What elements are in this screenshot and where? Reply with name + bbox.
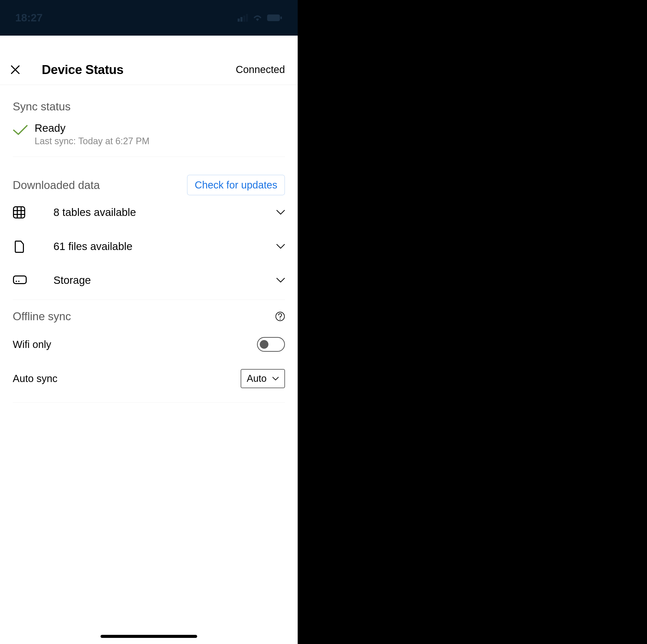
battery-icon [267, 14, 282, 22]
chevron-down-icon [276, 278, 285, 283]
divider [13, 402, 285, 403]
downloaded-data-header: Downloaded data Check for updates [13, 157, 285, 195]
wifi-only-toggle[interactable] [257, 337, 285, 352]
storage-label: Storage [54, 274, 276, 287]
svg-rect-11 [13, 276, 26, 284]
sync-status-label: Sync status [13, 100, 285, 113]
wifi-only-label: Wifi only [13, 339, 51, 350]
svg-rect-6 [13, 207, 25, 218]
downloaded-data-section: Downloaded data Check for updates 8 tabl… [0, 157, 298, 297]
svg-point-13 [18, 281, 19, 282]
tables-row[interactable]: 8 tables available [13, 195, 285, 229]
wifi-only-row: Wifi only [13, 323, 285, 366]
tables-label: 8 tables available [54, 206, 276, 219]
status-bar: 18:27 [0, 0, 298, 35]
wifi-icon [253, 14, 263, 22]
sync-status-row: Ready Last sync: Today at 6:27 PM [13, 113, 285, 157]
auto-sync-row: Auto sync Auto [13, 366, 285, 402]
check-icon [13, 125, 28, 136]
storage-row[interactable]: Storage [13, 263, 285, 297]
svg-rect-0 [238, 18, 240, 22]
chevron-down-icon [276, 244, 285, 249]
auto-sync-select[interactable]: Auto [241, 369, 285, 388]
auto-sync-label: Auto sync [13, 373, 58, 384]
page-title: Device Status [42, 62, 123, 77]
chevron-down-icon [272, 377, 279, 381]
close-icon [10, 65, 20, 75]
files-row[interactable]: 61 files available [13, 229, 285, 263]
chevron-down-icon [276, 210, 285, 215]
svg-point-12 [16, 281, 17, 282]
help-icon[interactable] [275, 312, 285, 321]
files-label: 61 files available [54, 240, 276, 253]
svg-rect-1 [240, 17, 242, 22]
toggle-knob [260, 340, 269, 349]
svg-rect-2 [243, 15, 245, 22]
file-icon [13, 240, 25, 253]
svg-point-15 [280, 319, 281, 320]
offline-sync-section: Offline sync Wifi only Auto sync Auto [0, 300, 298, 403]
svg-rect-3 [246, 14, 248, 22]
check-updates-button[interactable]: Check for updates [187, 175, 285, 195]
home-indicator[interactable] [100, 635, 197, 638]
sync-state: Ready [34, 122, 150, 134]
status-time: 18:27 [15, 12, 43, 24]
last-sync: Last sync: Today at 6:27 PM [34, 136, 150, 147]
connection-status: Connected [236, 64, 285, 75]
auto-sync-value: Auto [247, 373, 267, 384]
storage-icon [13, 275, 27, 286]
cellular-icon [238, 14, 248, 22]
svg-rect-4 [267, 14, 280, 21]
offline-sync-header: Offline sync [13, 300, 285, 323]
offline-sync-label: Offline sync [13, 310, 71, 323]
phone-screen: 18:27 Device Status Connecte [0, 0, 298, 644]
close-button[interactable] [10, 65, 20, 75]
sync-status-section: Sync status Ready Last sync: Today at 6:… [0, 85, 298, 157]
header: Device Status Connected [0, 55, 298, 85]
svg-rect-5 [280, 16, 282, 19]
status-icons [238, 14, 282, 22]
table-icon [13, 206, 25, 219]
downloaded-data-label: Downloaded data [13, 179, 100, 191]
